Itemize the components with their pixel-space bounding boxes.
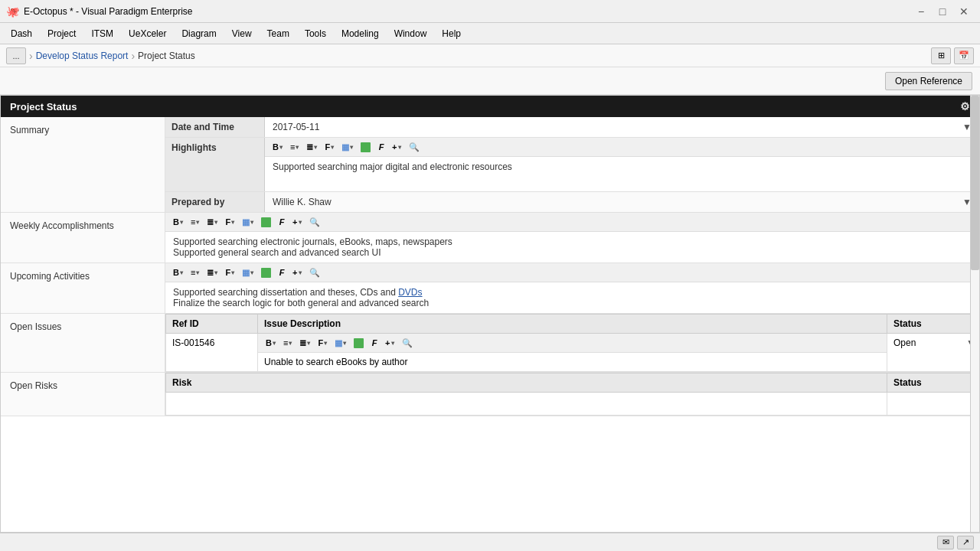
weekly-bold-button[interactable]: B▾ — [170, 215, 186, 229]
col-risk-status: Status — [887, 373, 979, 393]
prepared-by-row: Prepared by Willie K. Shaw ▼ — [165, 192, 979, 212]
menu-help[interactable]: Help — [434, 25, 469, 42]
mail-icon[interactable]: ✉ — [937, 536, 954, 549]
weekly-font-button[interactable]: F▾ — [222, 215, 237, 229]
menu-window[interactable]: Window — [387, 25, 435, 42]
maximize-button[interactable]: □ — [933, 4, 952, 19]
highlights-row: Highlights B▾ ≡▾ ≣▾ F▾ ▦▾ F +▾ 🔍 — [165, 138, 979, 192]
menu-tools[interactable]: Tools — [297, 25, 334, 42]
upcoming-label: Upcoming Activities — [1, 263, 165, 313]
align-button[interactable]: ≡▾ — [287, 140, 302, 154]
section-settings-icon[interactable]: ⚙ — [960, 100, 970, 112]
highlights-inner: Highlights B▾ ≡▾ ≣▾ F▾ ▦▾ F +▾ 🔍 — [165, 138, 979, 191]
date-time-label: Date and Time — [165, 117, 265, 137]
dvds-link[interactable]: DVDs — [398, 287, 422, 298]
upcoming-italic-button[interactable]: F — [276, 266, 288, 279]
scrollbar-track[interactable] — [970, 96, 979, 532]
breadcrumb-project-status: Project Status — [138, 51, 195, 61]
export-icon[interactable]: ↗ — [957, 536, 974, 549]
open-risks-content: Risk Status — [165, 373, 979, 416]
issue-green-button[interactable] — [351, 336, 367, 350]
summary-content: Date and Time 2017-05-11 ▼ Highlights B▾… — [165, 117, 979, 212]
risks-table: Risk Status — [165, 373, 979, 416]
italic-button[interactable]: F — [375, 140, 387, 154]
calendar-icon[interactable]: 📅 — [954, 47, 974, 64]
bold-button[interactable]: B▾ — [270, 140, 286, 154]
risks-empty-row — [166, 393, 979, 416]
upcoming-align-button[interactable]: ≡▾ — [188, 266, 202, 279]
issue-search-button[interactable]: 🔍 — [399, 336, 416, 350]
highlights-text[interactable]: Supported searching major digital and el… — [265, 157, 979, 180]
issue-ref-id-value: IS-001546 — [166, 334, 257, 352]
date-time-row: Date and Time 2017-05-11 ▼ — [165, 117, 979, 138]
weekly-plus-button[interactable]: +▾ — [289, 215, 304, 229]
upcoming-list-button[interactable]: ≣▾ — [204, 266, 220, 279]
issue-description-text[interactable]: Unable to search eBooks by author — [258, 353, 887, 371]
weekly-align-button[interactable]: ≡▾ — [188, 215, 202, 229]
issue-italic-button[interactable]: F — [368, 336, 381, 350]
open-risks-section: Open Risks Risk Status — [1, 373, 979, 416]
upcoming-plus-button[interactable]: +▾ — [289, 266, 304, 279]
menu-dash[interactable]: Dash — [3, 25, 40, 42]
issue-status-value: Open — [887, 334, 963, 352]
menu-uexceler[interactable]: UeXceler — [121, 25, 174, 42]
weekly-green-button[interactable] — [258, 215, 274, 229]
layout-icon[interactable]: ⊞ — [931, 47, 951, 64]
highlights-toolbar: B▾ ≡▾ ≣▾ F▾ ▦▾ F +▾ 🔍 — [265, 138, 979, 157]
menu-team[interactable]: Team — [260, 25, 297, 42]
upcoming-text: Supported searching dissertation and the… — [165, 282, 979, 313]
issue-plus-button[interactable]: +▾ — [382, 336, 397, 350]
issue-align-button[interactable]: ≡▾ — [280, 336, 295, 350]
breadcrumb-develop-status[interactable]: Develop Status Report — [36, 51, 129, 61]
issue-table-button[interactable]: ▦▾ — [332, 336, 349, 350]
issue-bold-button[interactable]: B▾ — [263, 336, 279, 350]
open-reference-button[interactable]: Open Reference — [885, 72, 972, 90]
highlights-label: Highlights — [165, 138, 265, 191]
date-time-value: 2017-05-11 — [273, 122, 319, 132]
weekly-list-button[interactable]: ≣▾ — [204, 215, 220, 229]
prepared-by-value: Willie K. Shaw — [273, 197, 332, 207]
weekly-table-button[interactable]: ▦▾ — [239, 215, 256, 229]
date-time-value-cell[interactable]: 2017-05-11 ▼ — [265, 118, 979, 136]
menu-project[interactable]: Project — [40, 25, 83, 42]
breadcrumb-sep2: › — [131, 50, 135, 62]
upcoming-section: Upcoming Activities B▾ ≡▾ ≣▾ F▾ ▦▾ F +▾ … — [1, 263, 979, 314]
minimize-button[interactable]: − — [911, 4, 931, 19]
upcoming-table-button[interactable]: ▦▾ — [239, 266, 256, 279]
toolbar-area: Open Reference — [0, 67, 980, 95]
breadcrumb-bar: ... › Develop Status Report › Project St… — [0, 44, 980, 67]
list-button[interactable]: ≣▾ — [303, 140, 320, 154]
search-icon-button[interactable]: 🔍 — [406, 140, 423, 154]
green-icon-button[interactable] — [358, 140, 374, 154]
weekly-italic-button[interactable]: F — [276, 215, 288, 229]
menu-diagram[interactable]: Diagram — [174, 25, 224, 42]
weekly-search-button[interactable]: 🔍 — [306, 215, 323, 229]
summary-label: Summary — [1, 117, 165, 212]
breadcrumb-more[interactable]: ... — [6, 47, 26, 64]
window-controls[interactable]: − □ ✕ — [911, 4, 974, 19]
menu-itsm[interactable]: ITSM — [83, 25, 121, 42]
menu-view[interactable]: View — [224, 25, 260, 42]
title-bar: 🐙 E-Octopus * - Visual Paradigm Enterpri… — [0, 0, 980, 23]
risks-table-header: Risk Status — [166, 373, 979, 393]
issue-font-button[interactable]: F▾ — [315, 336, 330, 350]
upcoming-search-button[interactable]: 🔍 — [306, 266, 323, 279]
app-icon: 🐙 — [6, 5, 19, 18]
risks-status-empty — [887, 393, 979, 416]
close-button[interactable]: ✕ — [954, 4, 974, 19]
menu-modeling[interactable]: Modeling — [334, 25, 387, 42]
section-header: Project Status ⚙ — [1, 96, 979, 117]
font-button[interactable]: F▾ — [322, 140, 337, 154]
open-issues-content: Ref ID Issue Description Status IS-00154… — [165, 314, 979, 372]
issues-table-header: Ref ID Issue Description Status — [166, 315, 979, 334]
plus-button[interactable]: +▾ — [389, 140, 403, 154]
prepared-by-value-cell[interactable]: Willie K. Shaw ▼ — [265, 193, 979, 211]
table-button[interactable]: ▦▾ — [338, 140, 356, 154]
prepared-by-label: Prepared by — [165, 192, 265, 212]
upcoming-font-button[interactable]: F▾ — [222, 266, 237, 279]
issue-list-button[interactable]: ≣▾ — [296, 336, 313, 350]
upcoming-bold-button[interactable]: B▾ — [170, 266, 186, 279]
upcoming-green-button[interactable] — [258, 266, 274, 279]
issue-toolbar: B▾ ≡▾ ≣▾ F▾ ▦▾ F +▾ 🔍 — [258, 334, 887, 353]
scrollbar-thumb[interactable] — [971, 96, 979, 270]
